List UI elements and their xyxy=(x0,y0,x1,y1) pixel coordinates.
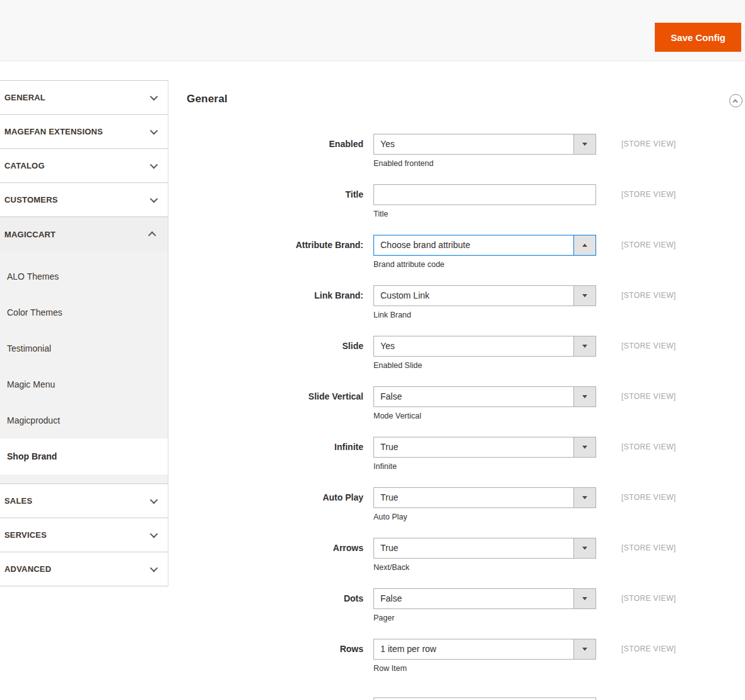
next-field-partial[interactable] xyxy=(373,697,596,700)
field-note: Mode Vertical xyxy=(373,412,596,420)
field-label: Slide Vertical xyxy=(168,386,363,401)
field-label: Enabled xyxy=(168,134,363,149)
field-note: Link Brand xyxy=(373,311,596,319)
form-row-slide-vertical: Slide VerticalFalseMode Vertical[STORE V… xyxy=(168,386,745,420)
slide-select[interactable]: Yes xyxy=(373,336,596,357)
sidebar-section-magiccart[interactable]: MAGICCART xyxy=(0,217,168,251)
chevron-up-icon xyxy=(732,99,737,104)
scope-label: [STORE VIEW] xyxy=(621,336,676,350)
link-brand-select[interactable]: Custom Link xyxy=(373,285,596,306)
chevron-down-icon[interactable] xyxy=(573,488,595,507)
form-row-slide: SlideYesEnabled Slide[STORE VIEW] xyxy=(168,336,745,370)
dropdown-arrow xyxy=(582,143,587,146)
scope-label: [STORE VIEW] xyxy=(621,386,676,401)
sidebar-section-label: MAGICCART xyxy=(4,230,56,239)
sidebar-section-label: ADVANCED xyxy=(4,564,51,574)
chevron-down-icon[interactable] xyxy=(573,589,595,608)
chevron-down-icon[interactable] xyxy=(573,134,595,154)
field-note: Auto Play xyxy=(373,513,596,521)
select-value: Choose brand attribute xyxy=(374,235,573,255)
field-control: TrueAuto Play xyxy=(373,487,596,521)
chevron-down-icon[interactable] xyxy=(573,286,595,306)
rows-select[interactable]: 1 item per row xyxy=(373,639,596,660)
dropdown-arrow xyxy=(582,345,587,348)
infinite-select[interactable]: True xyxy=(373,437,596,458)
arrows-select[interactable]: True xyxy=(373,538,596,559)
collapse-section-button[interactable] xyxy=(729,94,742,107)
field-control: FalsePager xyxy=(373,588,596,622)
select-value: Custom Link xyxy=(374,286,573,306)
scope-label: [STORE VIEW] xyxy=(621,538,676,552)
chevron-down-icon[interactable] xyxy=(573,639,595,659)
field-note: Pager xyxy=(373,614,596,622)
sidebar-subsection-list: ALO ThemesColor ThemesTestimonialMagic M… xyxy=(0,251,168,484)
field-control: FalseMode Vertical xyxy=(373,386,596,420)
select-value: True xyxy=(374,488,573,507)
field-label: Infinite xyxy=(168,437,363,452)
sidebar-item-alo-themes[interactable]: ALO Themes xyxy=(0,259,168,295)
sidebar-item-color-themes[interactable]: Color Themes xyxy=(0,295,168,331)
form-row-auto-play: Auto PlayTrueAuto Play[STORE VIEW] xyxy=(168,487,745,521)
field-label: Attribute Brand: xyxy=(168,235,363,250)
select-value: Yes xyxy=(374,336,573,356)
chevron-up-icon[interactable] xyxy=(573,235,595,255)
sidebar-section-advanced[interactable]: ADVANCED xyxy=(0,552,168,586)
sidebar-section-customers[interactable]: CUSTOMERS xyxy=(0,183,168,217)
chevron-down-icon xyxy=(150,195,158,203)
title-input[interactable] xyxy=(373,184,596,205)
save-config-button[interactable]: Save Config xyxy=(655,23,741,52)
scope-label: [STORE VIEW] xyxy=(621,285,676,300)
sidebar-section-magefan-extensions[interactable]: MAGEFAN EXTENSIONS xyxy=(0,115,168,149)
field-control: Custom LinkLink Brand xyxy=(373,285,596,319)
attribute-brand-select[interactable]: Choose brand attribute xyxy=(373,235,596,256)
field-note: Enabled Slide xyxy=(373,361,596,370)
chevron-down-icon xyxy=(150,564,158,572)
sidebar-section-sales[interactable]: SALES xyxy=(0,484,168,518)
dropdown-arrow xyxy=(582,244,587,247)
chevron-down-icon[interactable] xyxy=(573,387,595,406)
sidebar-item-magicproduct[interactable]: Magicproduct xyxy=(0,403,168,439)
select-value: True xyxy=(374,538,573,558)
sidebar-item-testimonial[interactable]: Testimonial xyxy=(0,331,168,367)
sidebar-section-catalog[interactable]: CATALOG xyxy=(0,149,168,183)
dropdown-arrow xyxy=(582,597,587,600)
dots-select[interactable]: False xyxy=(373,588,596,609)
select-value: False xyxy=(374,387,573,406)
slide-vertical-select[interactable]: False xyxy=(373,386,596,407)
sidebar-section-label: MAGEFAN EXTENSIONS xyxy=(4,127,103,136)
field-note: Next/Back xyxy=(373,563,596,572)
sidebar-section-label: GENERAL xyxy=(4,93,45,102)
enabled-select[interactable]: Yes xyxy=(373,134,596,155)
scope-label: [STORE VIEW] xyxy=(621,487,676,502)
sidebar-section-general[interactable]: GENERAL xyxy=(0,81,168,115)
sidebar-section-label: SALES xyxy=(4,496,32,506)
config-sidebar: GENERALMAGEFAN EXTENSIONSCATALOGCUSTOMER… xyxy=(0,80,168,586)
field-label: Slide xyxy=(168,336,363,351)
field-control: TrueInfinite xyxy=(373,437,596,471)
select-value: 1 item per row xyxy=(374,639,573,659)
sidebar-section-services[interactable]: SERVICES xyxy=(0,518,168,552)
sidebar-item-shop-brand[interactable]: Shop Brand xyxy=(0,439,168,475)
field-control: Choose brand attributeBrand attribute co… xyxy=(373,235,596,269)
section-head: General xyxy=(168,61,745,105)
field-label: Rows xyxy=(168,639,363,654)
dropdown-arrow xyxy=(582,446,587,449)
field-control: Title xyxy=(373,184,596,218)
form-row-arrows: ArrowsTrueNext/Back[STORE VIEW] xyxy=(168,538,745,572)
sidebar-item-magic-menu[interactable]: Magic Menu xyxy=(0,367,168,403)
field-control: YesEnabled Slide xyxy=(373,336,596,370)
sidebar-section-label: SERVICES xyxy=(4,530,47,540)
chevron-down-icon[interactable] xyxy=(573,336,595,356)
chevron-down-icon xyxy=(150,530,158,538)
dropdown-arrow xyxy=(582,294,587,297)
section-title: General xyxy=(187,93,228,105)
sidebar-section-label: CUSTOMERS xyxy=(4,195,58,205)
chevron-down-icon xyxy=(150,93,158,101)
auto-play-select[interactable]: True xyxy=(373,487,596,508)
chevron-down-icon[interactable] xyxy=(573,538,595,558)
config-main: General EnabledYesEnabled frontend[STORE… xyxy=(168,61,745,700)
sidebar-section-label: CATALOG xyxy=(4,161,45,170)
chevron-down-icon[interactable] xyxy=(573,437,595,457)
chevron-down-icon xyxy=(150,161,158,169)
dropdown-arrow xyxy=(582,648,587,651)
